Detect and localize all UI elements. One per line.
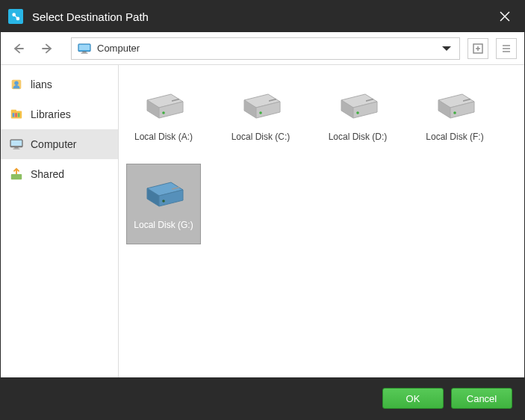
sidebar-item-label: Computer xyxy=(31,138,76,150)
drive-item[interactable]: Local Disk (G:) xyxy=(126,164,201,244)
drive-icon xyxy=(334,90,382,124)
drive-label: Local Disk (D:) xyxy=(329,132,388,142)
svg-point-29 xyxy=(162,111,165,114)
svg-rect-22 xyxy=(11,140,22,146)
drive-label: Local Disk (G:) xyxy=(134,220,193,230)
svg-rect-23 xyxy=(14,147,18,149)
drive-item[interactable]: Local Disk (D:) xyxy=(320,75,395,156)
svg-rect-5 xyxy=(79,44,90,49)
libraries-icon xyxy=(10,108,23,121)
svg-rect-7 xyxy=(81,52,87,53)
sidebar-item-label: Libraries xyxy=(31,108,71,120)
drive-icon xyxy=(140,90,187,124)
computer-icon xyxy=(78,43,91,54)
drive-label: Local Disk (F:) xyxy=(426,132,483,142)
shared-icon xyxy=(10,167,23,181)
user-icon xyxy=(10,78,23,91)
sidebar-item-label: Shared xyxy=(31,168,64,180)
svg-rect-25 xyxy=(11,174,22,179)
sidebar: lians Libraries Computer Shared xyxy=(1,65,119,377)
svg-point-49 xyxy=(162,200,165,203)
sidebar-item-libraries[interactable]: Libraries xyxy=(1,99,118,129)
svg-point-39 xyxy=(356,111,359,114)
dialog-body: lians Libraries Computer Shared Local Di… xyxy=(1,65,524,377)
svg-point-44 xyxy=(453,111,456,114)
cancel-button[interactable]: Cancel xyxy=(451,388,512,409)
path-label: Computer xyxy=(97,43,140,54)
svg-rect-24 xyxy=(13,148,20,149)
app-icon xyxy=(8,9,23,24)
svg-point-34 xyxy=(259,111,262,114)
svg-rect-6 xyxy=(82,51,86,52)
forward-button[interactable] xyxy=(37,38,58,59)
dialog-footer: OK Cancel xyxy=(1,377,524,419)
title-bar: Select Destination Path xyxy=(1,1,524,32)
drive-icon xyxy=(140,178,187,212)
view-list-button[interactable] xyxy=(496,38,517,59)
svg-rect-19 xyxy=(15,113,17,117)
ok-button[interactable]: OK xyxy=(382,388,444,409)
drive-icon xyxy=(431,90,479,124)
drive-item[interactable]: Local Disk (F:) xyxy=(417,75,492,156)
path-bar[interactable]: Computer xyxy=(71,37,460,60)
drive-item[interactable]: Local Disk (C:) xyxy=(223,75,298,156)
dialog-window: Select Destination Path Computer xyxy=(0,0,525,420)
drive-label: Local Disk (C:) xyxy=(232,132,291,142)
svg-rect-17 xyxy=(11,110,16,113)
close-button[interactable] xyxy=(488,1,521,32)
dialog-title: Select Destination Path xyxy=(32,10,488,23)
new-folder-button[interactable] xyxy=(467,38,488,59)
sidebar-item-shared[interactable]: Shared xyxy=(1,159,118,189)
drive-list: Local Disk (A:) Local Disk (C:) Local Di… xyxy=(119,65,524,377)
svg-point-15 xyxy=(14,81,18,85)
drive-label: Local Disk (A:) xyxy=(134,132,193,142)
svg-rect-20 xyxy=(18,113,20,117)
svg-rect-18 xyxy=(13,113,15,117)
sidebar-item-label: lians xyxy=(31,78,52,90)
back-button[interactable] xyxy=(8,38,29,59)
path-dropdown-icon[interactable] xyxy=(440,42,453,55)
sidebar-item-computer[interactable]: Computer xyxy=(1,129,118,159)
sidebar-item-lians[interactable]: lians xyxy=(1,70,118,99)
drive-icon xyxy=(237,90,285,124)
monitor-icon xyxy=(10,138,23,151)
drive-item[interactable]: Local Disk (A:) xyxy=(126,75,201,156)
toolbar: Computer xyxy=(1,32,524,65)
